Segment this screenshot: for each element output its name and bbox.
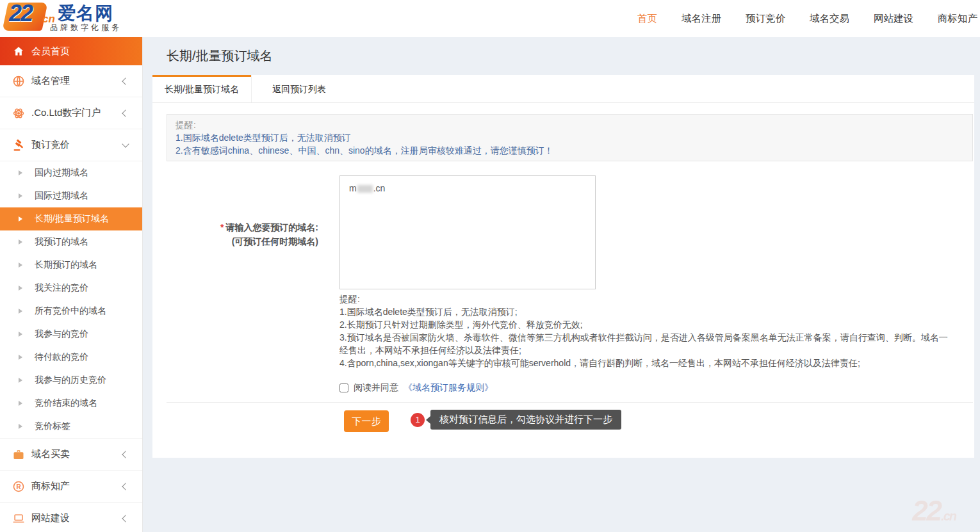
agree-label: 阅读并同意: [354, 382, 398, 394]
notes-title: 提醒:: [339, 293, 949, 305]
chevron-down-icon: [122, 140, 129, 147]
sidebar-item-pending-payment[interactable]: 待付款的竞价: [0, 346, 142, 369]
sidebar-item-domestic-expired[interactable]: 国内过期域名: [0, 161, 142, 184]
alert-line-2: 2.含有敏感词china、chinese、中国、chn、sino的域名，注册局审…: [176, 144, 964, 157]
chevron-left-icon: [122, 77, 129, 85]
sub-item-label: 竞价结束的域名: [35, 398, 97, 409]
sidebar-item-longterm-preordered[interactable]: 长期预订的域名: [0, 254, 142, 277]
top-header: 22 cn 爱名网 品牌数字化服务 首页 域名注册 预订竞价 域名交易 网站建设…: [0, 0, 980, 37]
triangle-icon: [19, 355, 22, 360]
step-tooltip: 1 核对预订信息后，勾选协议并进行下一步: [411, 406, 621, 430]
content-card: 长期/批量预订域名 返回预订列表 提醒: 1.国际域名delete类型预订后，无…: [152, 75, 974, 458]
triangle-icon: [19, 401, 22, 406]
tab-longterm-batch-preorder[interactable]: 长期/批量预订域名: [152, 75, 252, 102]
sub-item-label: 所有竞价中的域名: [35, 305, 106, 317]
sidebar-item-label: 商标知产: [31, 480, 70, 492]
watermark-number: 22: [912, 495, 941, 526]
laptop-icon: [12, 512, 25, 525]
triangle-icon: [19, 424, 22, 429]
triangle-icon: [19, 309, 22, 314]
svg-text:R: R: [16, 483, 21, 490]
sidebar-item-website-build[interactable]: 网站建设: [0, 503, 142, 532]
domain-label-text: 请输入您要预订的域名:: [225, 222, 318, 232]
nav-item-domain-register[interactable]: 域名注册: [682, 12, 721, 26]
alert-box: 提醒: 1.国际域名delete类型预订后，无法取消预订 2.含有敏感词chin…: [167, 114, 973, 161]
triangle-icon: [19, 193, 22, 198]
preorder-submenu: 国内过期域名 国际过期域名 长期/批量预订域名 我预订的域名 长期预订的域名 我…: [0, 161, 142, 439]
sidebar-item-domain-trade[interactable]: 域名买卖: [0, 439, 142, 471]
sub-item-label: 长期/批量预订域名: [35, 213, 109, 225]
sidebar-item-label: 域名管理: [31, 75, 70, 87]
step-number-badge: 1: [411, 413, 425, 427]
sidebar-item-longterm-batch-preorder[interactable]: 长期/批量预订域名: [0, 207, 142, 230]
chevron-left-icon: [122, 451, 129, 458]
sidebar-item-intl-expired[interactable]: 国际过期域名: [0, 184, 142, 207]
form-notes: 提醒: 1.国际域名delete类型预订后，无法取消预订; 2.长期预订只针对过…: [339, 293, 949, 369]
sidebar-item-coltd-portal[interactable]: .Co.Ltd数字门户: [0, 97, 142, 129]
sidebar-item-ended-auctions[interactable]: 竞价结束的域名: [0, 392, 142, 415]
triangle-icon: [19, 286, 22, 291]
sidebar-item-label: 网站建设: [31, 512, 70, 524]
chevron-left-icon: [122, 515, 129, 522]
nav-item-trademark[interactable]: 商标知产: [938, 12, 977, 26]
logo-tagline: 品牌数字化服务: [50, 22, 122, 33]
tab-back-to-preorder-list[interactable]: 返回预订列表: [263, 75, 335, 102]
sidebar-item-label: 预订竞价: [31, 139, 70, 151]
sub-item-label: 我参与的竞价: [35, 328, 88, 340]
agree-checkbox[interactable]: [339, 383, 348, 392]
sidebar-item-member-home[interactable]: 会员首页: [0, 37, 142, 65]
home-icon: [13, 45, 24, 57]
nav-item-website-build[interactable]: 网站建设: [874, 12, 913, 26]
sidebar-item-domain-manage[interactable]: 域名管理: [0, 65, 142, 97]
triangle-icon: [19, 170, 22, 175]
tooltip-arrow-icon: [426, 416, 430, 424]
sidebar-item-label: 域名买卖: [31, 448, 70, 460]
chevron-left-icon: [122, 483, 129, 490]
sidebar-item-watched-auctions[interactable]: 我关注的竞价: [0, 277, 142, 300]
nav-item-preorder-auction[interactable]: 预订竞价: [746, 12, 785, 26]
registered-icon: R: [12, 480, 25, 493]
sub-item-label: 长期预订的域名: [35, 259, 97, 271]
chevron-left-icon: [122, 109, 129, 117]
required-asterisk: *: [220, 222, 224, 232]
sub-item-label: 国内过期域名: [35, 167, 88, 179]
domain-textarea[interactable]: m.cn: [339, 175, 596, 289]
watermark-logo: 22.cn: [912, 495, 956, 527]
note-line-3: 3.预订域名是否被国家防火墙、杀毒软件、微信等第三方机构或者软件拦截访问，是否进…: [339, 331, 949, 357]
sidebar-item-my-history-auctions[interactable]: 我参与的历史竞价: [0, 369, 142, 392]
briefcase-icon: [12, 448, 25, 461]
atom-icon: [12, 107, 25, 120]
triangle-icon: [19, 216, 22, 222]
note-line-4: 4.含porn,china,sex,xiongan等关键字的审核可能server…: [339, 357, 949, 369]
sidebar: 会员首页 域名管理 .Co.Ltd数字门户 预订竞价: [0, 37, 143, 532]
triangle-icon: [19, 239, 22, 245]
sub-item-label: 待付款的竞价: [35, 351, 88, 363]
sidebar-item-auction-tags[interactable]: 竞价标签: [0, 415, 142, 438]
sidebar-item-trademark-ip[interactable]: R 商标知产: [0, 471, 142, 503]
sidebar-item-my-auctions[interactable]: 我参与的竞价: [0, 323, 142, 346]
sidebar-item-my-preordered[interactable]: 我预订的域名: [0, 230, 142, 254]
nav-item-domain-trade[interactable]: 域名交易: [810, 12, 849, 26]
alert-title: 提醒:: [176, 118, 964, 131]
top-nav: 首页 域名注册 预订竞价 域名交易 网站建设 商标知产: [637, 0, 980, 37]
triangle-icon: [19, 332, 22, 337]
sidebar-item-all-auction-domains[interactable]: 所有竞价中的域名: [0, 300, 142, 323]
triangle-icon: [19, 378, 22, 383]
tooltip-text: 核对预订信息后，勾选协议并进行下一步: [430, 410, 621, 430]
note-line-2: 2.长期预订只针对过期删除类型，海外代竞价、释放竞价无效;: [339, 318, 949, 331]
next-step-button[interactable]: 下一步: [344, 410, 389, 432]
sidebar-item-preorder-auction[interactable]: 预订竞价: [0, 129, 142, 161]
nav-item-home[interactable]: 首页: [637, 12, 657, 26]
sidebar-item-label: 会员首页: [31, 45, 70, 58]
sub-item-label: 我关注的竞价: [35, 282, 88, 294]
sub-item-label: 竞价标签: [35, 421, 70, 432]
censored-text-block: [357, 185, 373, 193]
domain-value-suffix: .cn: [373, 183, 386, 193]
globe-icon: [12, 75, 25, 88]
site-logo[interactable]: 22 cn 爱名网 品牌数字化服务: [5, 1, 133, 36]
gavel-icon: [12, 139, 25, 152]
tab-bar: 长期/批量预订域名 返回预订列表: [152, 75, 974, 103]
service-rules-link[interactable]: 《域名预订服务规则》: [404, 382, 493, 394]
main-area: 长期/批量预订域名 长期/批量预订域名 返回预订列表 提醒: 1.国际域名del…: [143, 37, 980, 532]
note-line-1: 1.国际域名delete类型预订后，无法取消预订;: [339, 305, 949, 318]
